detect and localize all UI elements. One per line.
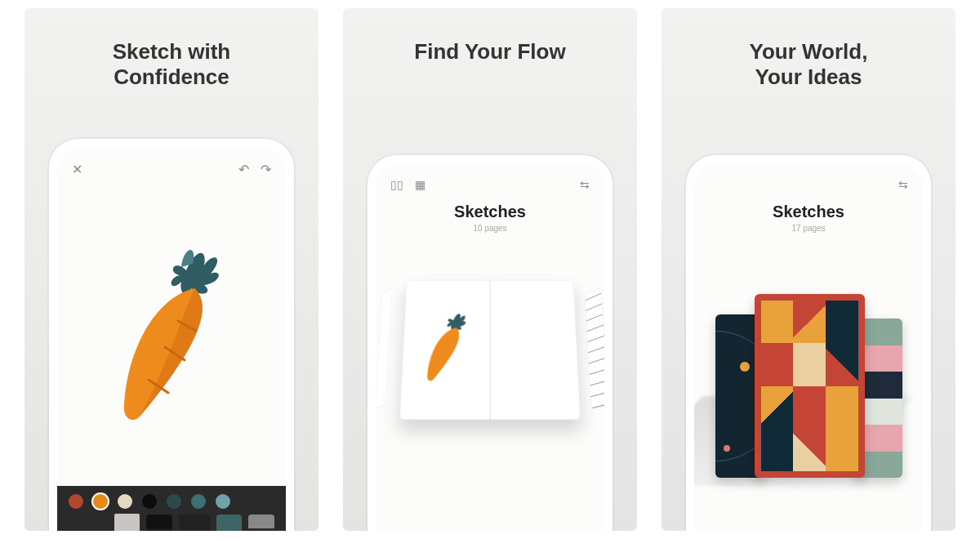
canvas-topbar: ✕ ↶ ↷: [72, 162, 271, 177]
grid-view-icon[interactable]: ▦: [415, 178, 425, 191]
promo-panel-flow: Find Your Flow ▯▯ ▦ ⇆ Sketches 10 pages: [343, 8, 637, 531]
swatch-6[interactable]: [191, 494, 206, 509]
library-title: Sketches: [376, 203, 604, 221]
swatch-4[interactable]: [142, 494, 157, 509]
promo-panel-sketch: Sketch with Confidence ✕ ↶ ↷: [24, 8, 318, 531]
undo-icon[interactable]: ↶: [238, 162, 249, 177]
close-icon[interactable]: ✕: [72, 162, 82, 177]
swatch-3[interactable]: [118, 494, 132, 509]
settings-icon[interactable]: ⇆: [580, 178, 590, 191]
library-topbar: ▯▯ ▦ ⇆: [390, 178, 590, 191]
headline: Sketch with Confidence: [113, 39, 230, 90]
next-page-thumb[interactable]: [585, 287, 604, 409]
library-title: Sketches: [694, 203, 923, 221]
promo-panel-world: Your World, Your Ideas ⇆ Sketches 17 pag…: [662, 8, 956, 531]
book-page-right: [490, 280, 581, 420]
book-view-icon[interactable]: ▯▯: [390, 178, 403, 191]
highlighter-tool[interactable]: [248, 514, 274, 531]
open-book[interactable]: [392, 280, 588, 420]
carrot-illustration: [90, 231, 253, 443]
color-swatches: [69, 494, 274, 509]
marker-tool[interactable]: [179, 514, 210, 531]
app-screen-pages: ▯▯ ▦ ⇆ Sketches 10 pages: [376, 163, 604, 531]
headline: Your World, Your Ideas: [750, 39, 868, 90]
swatch-7[interactable]: [216, 494, 230, 509]
settings-icon[interactable]: ⇆: [898, 178, 908, 191]
redo-icon[interactable]: ↷: [261, 162, 271, 177]
library-topbar: ⇆: [709, 178, 908, 191]
phone-mockup: ✕ ↶ ↷: [49, 139, 294, 531]
canvas-drawing[interactable]: [57, 188, 286, 486]
book-page-left: [399, 280, 490, 420]
headline: Find Your Flow: [414, 39, 565, 65]
phone-mockup: ▯▯ ▦ ⇆ Sketches 10 pages: [368, 155, 612, 531]
journal-geometric[interactable]: [755, 294, 865, 478]
prev-page-thumb[interactable]: [376, 287, 393, 409]
phone-mockup: ⇆ Sketches 17 pages: [686, 155, 931, 531]
fountain-pen-tool[interactable]: [114, 514, 140, 531]
app-screen-canvas: ✕ ↶ ↷: [57, 147, 286, 531]
page-carousel[interactable]: [376, 253, 604, 441]
brush-tool[interactable]: [216, 514, 243, 531]
tool-tray: [57, 486, 286, 531]
swatch-1[interactable]: [69, 494, 83, 509]
swatch-5[interactable]: [167, 494, 181, 509]
library-subtitle: 17 pages: [694, 224, 923, 233]
app-screen-journals: ⇆ Sketches 17 pages: [694, 163, 923, 531]
pencil-tool[interactable]: [146, 514, 172, 531]
carrot-illustration-small: [411, 305, 481, 391]
tool-row: [69, 514, 274, 531]
library-subtitle: 10 pages: [376, 224, 604, 233]
journal-carousel[interactable]: [694, 249, 923, 478]
swatch-2[interactable]: [93, 494, 108, 509]
